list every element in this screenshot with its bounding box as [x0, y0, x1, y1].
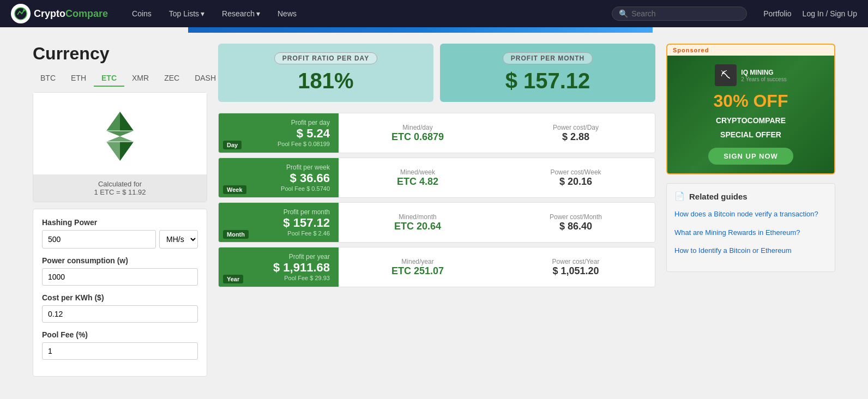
period-power-label: Power cost/Day [553, 124, 599, 131]
nav-right: Portfolio Log In / Sign Up [763, 9, 857, 18]
portfolio-link[interactable]: Portfolio [763, 9, 791, 18]
period-power-value: $ 2.88 [562, 131, 589, 143]
coin-card: Calculated for 1 ETC = $ 11.92 [33, 92, 207, 202]
ad-box: Sponsored ⛏ IQ MINING 2 Years of success… [666, 44, 835, 174]
nav-toplists[interactable]: Top Lists ▾ [161, 5, 212, 22]
ad-sponsored-label: Sponsored [667, 45, 834, 56]
pool-fee-group: Pool Fee (%) [42, 330, 198, 360]
profit-month-card: PROFIT PER MONTH $ 157.12 [440, 44, 655, 102]
period-pool-fee: Pool Fee $ 0.08199 [278, 141, 330, 147]
login-link[interactable]: Log In / Sign Up [803, 9, 857, 18]
period-pool-fee: Pool Fee $ 2.46 [287, 230, 330, 237]
page-content: Currency BTC ETH ETC XMR ZEC DASH LTC [0, 33, 868, 388]
power-consumption-group: Power consumption (w) [42, 256, 198, 286]
chevron-down-icon: ▾ [201, 9, 204, 18]
period-row-day: Profit per day $ 5.24 Pool Fee $ 0.08199… [218, 113, 655, 153]
coin-price-bar: Calculated for 1 ETC = $ 11.92 [33, 174, 207, 202]
period-label-badge: Week [223, 185, 246, 194]
period-power-label: Power cost/Week [550, 168, 601, 176]
hashing-power-group: Hashing Power MH/s GH/s TH/s [42, 218, 198, 249]
svg-point-0 [15, 8, 27, 20]
period-left-2: Profit per month $ 157.12 Pool Fee $ 2.4… [219, 203, 339, 242]
period-profit-title: Profit per year [289, 253, 330, 261]
period-mined-label: Mined/month [399, 213, 436, 221]
period-mined-value: ETC 20.64 [394, 221, 441, 232]
period-rows: Profit per day $ 5.24 Pool Fee $ 0.08199… [218, 113, 655, 287]
period-mined-label: Mined/day [402, 124, 432, 131]
period-profit-value: $ 157.12 [283, 216, 330, 230]
etc-logo [98, 109, 142, 164]
period-mined-label: Mined/week [400, 168, 435, 176]
search-icon: 🔍 [619, 9, 628, 18]
period-left-3: Profit per year $ 1,911.68 Pool Fee $ 29… [219, 247, 339, 287]
power-consumption-label: Power consumption (w) [42, 256, 198, 265]
period-center-3: Mined/year ETC 251.07 [339, 247, 497, 287]
hashing-unit-select[interactable]: MH/s GH/s TH/s [159, 230, 198, 249]
period-label-badge: Month [223, 230, 249, 239]
svg-point-1 [23, 9, 25, 11]
ad-logo-row: ⛏ IQ MINING 2 Years of success [715, 64, 786, 86]
guide-link-0[interactable]: How does a Bitcoin node verify a transac… [674, 209, 827, 220]
ad-logo-info: IQ MINING 2 Years of success [741, 69, 786, 82]
period-power-value: $ 86.40 [559, 221, 592, 232]
period-mined-value: ETC 0.6879 [391, 131, 444, 143]
right-panel: Sponsored ⛏ IQ MINING 2 Years of success… [666, 44, 835, 377]
left-panel: Currency BTC ETH ETC XMR ZEC DASH LTC [33, 44, 207, 377]
ad-logo-box: ⛏ [715, 64, 737, 86]
ad-offer: SPECIAL OFFER [720, 130, 781, 139]
search-input[interactable] [631, 9, 740, 18]
profit-ratio-card: PROFIT RATIO PER DAY 181% [218, 44, 433, 102]
period-profit-title: Profit per week [286, 164, 330, 171]
nav-news[interactable]: News [270, 5, 304, 22]
period-power-value: $ 20.16 [559, 176, 592, 188]
pool-fee-label: Pool Fee (%) [42, 330, 198, 339]
ad-logo-sub: 2 Years of success [741, 76, 786, 82]
power-consumption-input[interactable] [42, 268, 198, 286]
period-profit-value: $ 5.24 [297, 126, 330, 141]
guide-link-2[interactable]: How to Identify a Bitcoin or Ethereum [674, 245, 827, 256]
svg-marker-5 [120, 142, 134, 161]
period-power-value: $ 1,051.20 [552, 265, 599, 277]
hashing-unit-row: MH/s GH/s TH/s [42, 230, 198, 249]
ad-sub: CRYPTOCOMPARE [716, 116, 786, 125]
middle-panel: PROFIT RATIO PER DAY 181% PROFIT PER MON… [218, 44, 655, 377]
tab-eth[interactable]: ETH [63, 70, 94, 87]
period-pool-fee: Pool Fee $ 29.93 [284, 275, 330, 281]
page-title: Currency [33, 44, 207, 64]
hashing-power-label: Hashing Power [42, 218, 198, 227]
guide-links: How does a Bitcoin node verify a transac… [674, 209, 827, 256]
ad-signup-button[interactable]: SIGN UP NOW [708, 148, 793, 165]
ad-logo-name: IQ MINING [741, 69, 786, 76]
period-label-badge: Day [223, 141, 242, 149]
nav-research[interactable]: Research ▾ [214, 5, 268, 22]
tab-xmr[interactable]: XMR [124, 70, 156, 87]
chevron-down-icon: ▾ [256, 9, 260, 18]
guide-link-1[interactable]: What are Mining Rewards in Ethereum? [674, 227, 827, 238]
cost-per-kwh-input[interactable] [42, 305, 198, 323]
period-profit-title: Profit per day [291, 119, 330, 126]
navbar: CryptoCompare Coins Top Lists ▾ Research… [0, 0, 868, 27]
hashing-power-input[interactable] [42, 230, 156, 249]
mining-icon: ⛏ [721, 70, 731, 81]
period-profit-value: $ 1,911.68 [273, 261, 330, 275]
period-left-1: Profit per week $ 36.66 Pool Fee $ 0.574… [219, 158, 339, 197]
period-center-2: Mined/month ETC 20.64 [339, 203, 497, 242]
tab-zec[interactable]: ZEC [156, 70, 187, 87]
period-right-0: Power cost/Day $ 2.88 [497, 113, 655, 153]
nav-coins[interactable]: Coins [124, 5, 159, 22]
ad-body: ⛏ IQ MINING 2 Years of success 30% OFF C… [667, 56, 834, 173]
period-pool-fee: Pool Fee $ 0.5740 [281, 185, 330, 192]
currency-tabs: BTC ETH ETC XMR ZEC DASH LTC [33, 70, 207, 87]
search-box[interactable]: 🔍 [612, 7, 747, 21]
pool-fee-input[interactable] [42, 342, 198, 360]
tab-etc[interactable]: ETC [94, 70, 124, 87]
period-profit-value: $ 36.66 [290, 171, 330, 185]
nav-links: Coins Top Lists ▾ Research ▾ News [124, 5, 606, 22]
related-guides-header: 📄 Related guides [674, 191, 827, 201]
period-mined-value: ETC 4.82 [397, 176, 438, 188]
tab-btc[interactable]: BTC [33, 70, 63, 87]
logo[interactable]: CryptoCompare [11, 4, 108, 23]
period-mined-value: ETC 251.07 [391, 265, 444, 277]
period-right-3: Power cost/Year $ 1,051.20 [497, 247, 655, 287]
period-left-0: Profit per day $ 5.24 Pool Fee $ 0.08199… [219, 113, 339, 153]
